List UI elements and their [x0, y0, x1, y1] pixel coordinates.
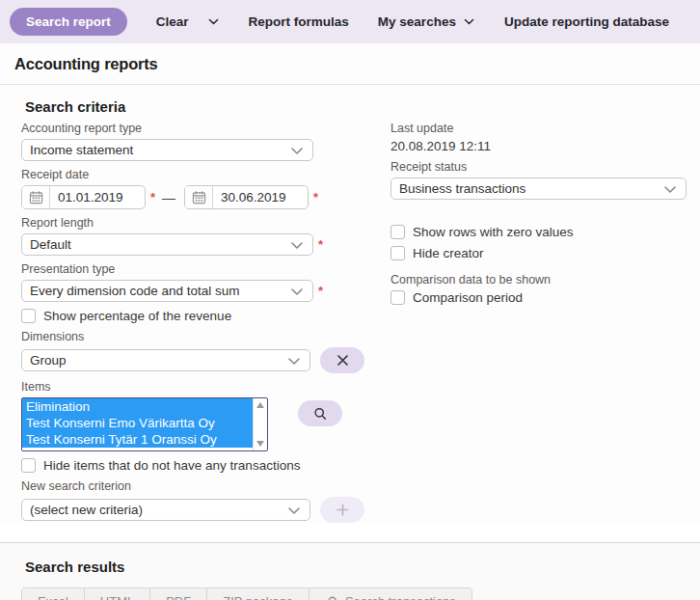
report-type-value: Income statement: [30, 143, 289, 157]
report-type-select[interactable]: Income statement: [21, 139, 313, 161]
receipt-status-label: Receipt status: [390, 160, 687, 175]
report-length-select[interactable]: Default: [21, 233, 313, 256]
zip-package-button[interactable]: ZIP package: [207, 588, 310, 600]
toolbar: Search report Clear Report formulas My s…: [0, 0, 700, 43]
receipt-status-value: Business transactions: [399, 181, 662, 196]
hide-creator-label: Hide creator: [413, 246, 484, 260]
comparison-period-label: Comparison period: [413, 290, 523, 305]
show-percentage-checkbox[interactable]: [21, 309, 36, 323]
new-criterion-value: (select new criteria): [30, 503, 286, 517]
hide-creator-checkbox[interactable]: [390, 246, 405, 260]
search-results-section: Search results Excel HTML PDF ZIP packag…: [0, 542, 700, 600]
list-item[interactable]: Elimination: [22, 398, 253, 415]
hide-items-label: Hide items that do not have any transact…: [43, 458, 300, 473]
new-criterion-select[interactable]: (select new criteria): [21, 499, 310, 521]
required-asterisk: *: [318, 237, 323, 252]
presentation-type-value: Every dimension code and total sum: [30, 284, 289, 298]
update-reporting-database-button[interactable]: Update reporting database: [504, 14, 669, 29]
search-criteria-section: Search criteria Accounting report type I…: [0, 85, 700, 523]
receipt-status-select[interactable]: Business transactions: [390, 177, 687, 200]
search-results-heading: Search results: [25, 559, 686, 575]
items-label: Items: [21, 380, 364, 395]
search-report-button[interactable]: Search report: [10, 8, 127, 36]
search-criteria-heading: Search criteria: [25, 98, 686, 115]
required-asterisk: *: [313, 190, 318, 205]
calendar-icon[interactable]: [185, 186, 213, 208]
date-range-separator: —: [162, 190, 175, 205]
calendar-icon[interactable]: [22, 186, 50, 208]
chevron-down-icon: [463, 15, 475, 28]
x-icon: [336, 353, 350, 368]
chevron-down-icon: [289, 284, 305, 299]
items-scrollbar[interactable]: [253, 398, 267, 450]
receipt-date-to-value[interactable]: 30.06.2019: [213, 190, 286, 205]
show-zero-values-label: Show rows with zero values: [413, 225, 574, 239]
show-percentage-label: Show percentage of the revenue: [43, 309, 231, 323]
receipt-date-from-field[interactable]: 01.01.2019: [21, 185, 146, 209]
presentation-type-select[interactable]: Every dimension code and total sum: [21, 280, 313, 302]
search-transactions-button[interactable]: Search transactions: [310, 588, 471, 600]
plus-icon: [336, 503, 350, 517]
comparison-data-label: Comparison data to be shown: [390, 273, 687, 287]
report-length-value: Default: [30, 237, 289, 252]
items-search-button[interactable]: [298, 400, 342, 426]
receipt-date-to-field[interactable]: 30.06.2019: [184, 185, 309, 209]
dimensions-select[interactable]: Group: [21, 349, 310, 371]
clear-button[interactable]: Clear: [156, 14, 189, 29]
required-asterisk: *: [150, 190, 155, 205]
report-type-label: Accounting report type: [21, 122, 364, 136]
my-searches-button[interactable]: My searches: [378, 14, 475, 29]
export-button-group: Excel HTML PDF ZIP package Search transa…: [21, 587, 472, 600]
scroll-down-icon[interactable]: [256, 441, 264, 447]
last-update-label: Last update: [390, 122, 687, 136]
receipt-date-from-value[interactable]: 01.01.2019: [50, 190, 123, 205]
search-icon: [312, 406, 328, 422]
search-transactions-label: Search transactions: [345, 594, 456, 600]
add-criterion-button[interactable]: [320, 497, 364, 523]
dimensions-value: Group: [30, 353, 286, 368]
hide-items-checkbox[interactable]: [21, 458, 36, 473]
items-listbox[interactable]: Elimination Test Konserni Emo Värikartta…: [21, 397, 268, 451]
chevron-down-icon: [662, 181, 678, 197]
pdf-button[interactable]: PDF: [150, 588, 207, 600]
report-length-label: Report length: [21, 216, 364, 231]
chevron-down-icon: [289, 237, 305, 253]
excel-button[interactable]: Excel: [22, 588, 85, 600]
chevron-down-icon: [289, 143, 305, 158]
dimensions-label: Dimensions: [21, 330, 364, 344]
chevron-down-icon: [207, 15, 220, 28]
required-asterisk: *: [318, 284, 323, 298]
chevron-down-icon: [286, 503, 302, 518]
list-item[interactable]: Test Konserni Emo Värikartta Oy: [22, 415, 253, 431]
presentation-type-label: Presentation type: [21, 262, 364, 277]
scroll-up-icon[interactable]: [256, 402, 264, 408]
report-formulas-button[interactable]: Report formulas: [249, 14, 349, 29]
clear-dropdown-chevron[interactable]: [207, 15, 220, 28]
clear-dimension-button[interactable]: [320, 347, 364, 373]
list-item[interactable]: Test Konserni Tytär 1 Oranssi Oy: [22, 431, 253, 448]
comparison-period-checkbox[interactable]: [390, 290, 405, 305]
show-zero-values-checkbox[interactable]: [390, 225, 405, 239]
receipt-date-label: Receipt date: [21, 168, 364, 182]
my-searches-label: My searches: [378, 14, 456, 29]
search-icon: [325, 595, 338, 600]
chevron-down-icon: [286, 353, 302, 368]
new-criterion-label: New search criterion: [21, 479, 364, 494]
page-title: Accounting reports: [14, 55, 158, 73]
page-header: Accounting reports: [0, 43, 700, 85]
html-button[interactable]: HTML: [85, 588, 150, 600]
last-update-value: 20.08.2019 12:11: [390, 139, 687, 153]
